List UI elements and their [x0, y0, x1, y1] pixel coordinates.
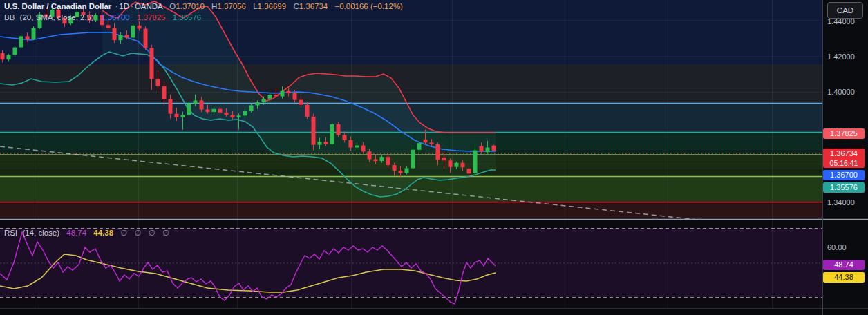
candle-body — [330, 124, 334, 144]
timeframe[interactable]: 1D — [119, 2, 129, 10]
exchange[interactable]: OANDA — [135, 2, 162, 10]
candle-body — [492, 146, 496, 151]
countdown-timer: 05:16:41 — [823, 159, 865, 168]
candle-body — [281, 91, 285, 97]
candle-body — [430, 142, 434, 144]
candle-body — [355, 145, 359, 147]
bb-upper-value: 1.37825 — [137, 13, 166, 21]
candle-body — [156, 79, 160, 86]
bb-basis-value: 1.36700 — [101, 13, 130, 21]
trading-chart-window: U.S. Dollar / Canadian Dollar ·1D·OANDA … — [0, 0, 868, 315]
candle-body — [405, 169, 409, 173]
candle-body — [417, 143, 422, 150]
axis-tick: 1.44000 — [827, 17, 855, 26]
candle-body — [256, 102, 260, 105]
rsi-empty-slot: ∅ — [134, 229, 141, 237]
candle-body — [386, 157, 390, 165]
bb-lower-value: 1.35576 — [173, 13, 202, 21]
candle-body — [218, 109, 223, 113]
candle-body — [380, 157, 384, 161]
candle-body — [26, 36, 30, 39]
price-label: 48.74 — [823, 260, 865, 270]
candle-body — [187, 104, 191, 115]
candle-body — [399, 171, 403, 173]
candle-body — [361, 145, 366, 151]
price-label: 1.36700 — [823, 170, 865, 180]
axis-tick: 1.34000 — [827, 198, 855, 207]
candle-body — [349, 140, 353, 148]
rsi-indicator-params: (14, close) — [22, 229, 59, 237]
candle-body — [106, 25, 111, 28]
candle-body — [343, 135, 347, 140]
high-value: 1.37056 — [217, 2, 246, 10]
candle-body — [206, 109, 210, 112]
candle-body — [473, 151, 478, 173]
candle-body — [268, 95, 272, 99]
candle-body — [337, 124, 341, 135]
candle-body — [32, 28, 36, 39]
candle-body — [162, 86, 167, 99]
candle-body — [7, 55, 11, 60]
price-label: 1.37825 — [823, 128, 865, 139]
rsi-indicator-name[interactable]: RSI — [4, 229, 17, 237]
low-value: 1.36699 — [258, 2, 287, 10]
rsi-indicator-row: RSI (14, close) 48.74 44.38 ∅ ∅ ∅ ∅ — [4, 228, 169, 238]
candle-body — [393, 165, 397, 171]
rsi-ma-value: 44.38 — [93, 229, 113, 237]
symbol-header: U.S. Dollar / Canadian Dollar ·1D·OANDA … — [4, 2, 403, 10]
price-label: 44.38 — [823, 272, 865, 283]
candle-body — [150, 48, 154, 79]
candle-body — [274, 95, 279, 97]
candle-body — [461, 163, 465, 168]
candle-body — [200, 100, 204, 109]
axis-tick: 60.00 — [827, 243, 847, 251]
candle-body — [1, 53, 5, 59]
rsi-empty-slot: ∅ — [149, 229, 155, 237]
bb-indicator-params: (20, SMA, close, 2.5) — [20, 13, 94, 21]
candle-body — [138, 26, 142, 29]
candle-body — [113, 28, 117, 40]
open-value: 1.37010 — [176, 2, 205, 10]
close-value: 1.36734 — [299, 2, 328, 10]
price-label: 1.3673405:16:41 — [823, 149, 865, 168]
open-label: O — [169, 2, 176, 10]
candle-body — [480, 146, 484, 152]
candle-body — [374, 160, 378, 162]
axis-tick: 1.42000 — [827, 52, 855, 61]
bb-indicator-name[interactable]: BB — [4, 13, 15, 21]
candle-body — [169, 99, 173, 114]
candle-body — [449, 160, 453, 166]
price-axis[interactable]: CAD 1.440001.420001.400001.3400060.001.3… — [822, 0, 868, 315]
candle-body — [231, 115, 235, 117]
price-zone-band — [0, 202, 822, 218]
chart-canvas[interactable] — [0, 0, 868, 315]
candle-body — [312, 117, 316, 145]
symbol-title[interactable]: U.S. Dollar / Canadian Dollar — [4, 2, 111, 10]
candle-body — [324, 142, 328, 144]
candle-body — [368, 151, 372, 159]
candle-body — [411, 150, 415, 169]
candle-body — [424, 140, 428, 142]
rsi-empty-slot: ∅ — [162, 229, 169, 237]
candle-body — [131, 26, 135, 38]
candle-body — [13, 48, 17, 55]
change-value: −0.00166 (−0.12%) — [334, 2, 402, 10]
price-label: 1.35576 — [823, 182, 865, 193]
rsi-value: 48.74 — [66, 229, 86, 237]
candle-body — [237, 115, 241, 117]
candle-body — [125, 35, 129, 37]
candle-body — [175, 114, 179, 117]
candle-body — [119, 35, 123, 40]
candle-body — [225, 113, 229, 115]
candle-body — [442, 158, 446, 160]
candle-body — [212, 109, 216, 112]
candle-body — [262, 99, 266, 102]
candle-body — [486, 148, 490, 153]
candle-body — [249, 106, 254, 111]
bb-indicator-row: BB (20, SMA, close, 2.5) 1.36700 1.37825… — [4, 13, 201, 21]
candle-body — [318, 142, 322, 144]
axis-tick: 1.40000 — [827, 88, 855, 96]
candle-body — [293, 93, 297, 100]
close-label: C — [293, 2, 299, 10]
currency-toggle-button[interactable]: CAD — [827, 2, 863, 19]
